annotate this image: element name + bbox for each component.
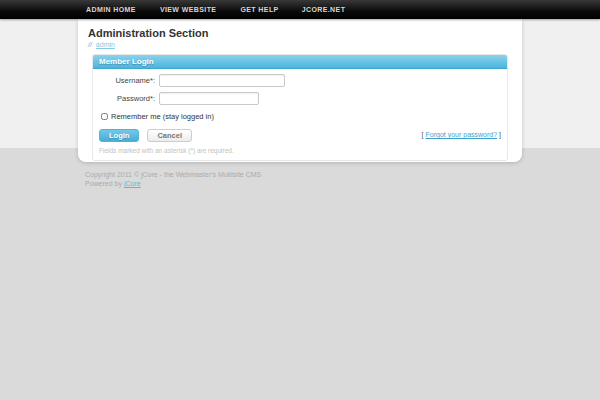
powered-by-text: Powered by bbox=[85, 180, 124, 187]
jcore-link[interactable]: jCore bbox=[124, 180, 141, 187]
username-input[interactable] bbox=[159, 74, 285, 87]
password-input[interactable] bbox=[159, 92, 259, 105]
form-buttons-row: Login Cancel [ Forgot your password? ] bbox=[99, 128, 507, 142]
forgot-close-bracket: ] bbox=[499, 131, 501, 138]
required-fields-note: Fields marked with an asterisk (*) are r… bbox=[99, 147, 507, 154]
forgot-password: [ Forgot your password? ] bbox=[422, 131, 501, 138]
nav-item-jcore-net[interactable]: JCORE.NET bbox=[302, 6, 346, 13]
nav-item-get-help[interactable]: GET HELP bbox=[240, 6, 278, 13]
breadcrumb: // admin bbox=[88, 40, 522, 49]
nav-item-view-website[interactable]: VIEW WEBSITE bbox=[160, 6, 217, 13]
password-label: Password*: bbox=[93, 94, 155, 103]
forgot-password-link[interactable]: Forgot your password? bbox=[426, 131, 498, 138]
password-row: Password*: bbox=[93, 92, 507, 105]
remember-me-checkbox[interactable] bbox=[101, 113, 108, 120]
footer: Copyright 2011 © jCore - the Webmaster's… bbox=[85, 170, 261, 188]
nav-item-admin-home[interactable]: ADMIN HOME bbox=[86, 6, 136, 13]
remember-me-label[interactable]: Remember me (stay logged in) bbox=[111, 112, 214, 121]
remember-me-row: Remember me (stay logged in) bbox=[101, 112, 507, 121]
username-row: Username*: bbox=[93, 74, 507, 87]
member-login-box: Member Login Username*: Password*: Remem… bbox=[92, 54, 508, 161]
footer-powered-by: Powered by jCore bbox=[85, 179, 261, 188]
footer-copyright: Copyright 2011 © jCore - the Webmaster's… bbox=[85, 170, 261, 179]
forgot-open-bracket: [ bbox=[422, 131, 424, 138]
breadcrumb-link-admin[interactable]: admin bbox=[96, 41, 115, 48]
breadcrumb-separator: // bbox=[88, 41, 92, 48]
page-title: Administration Section bbox=[88, 27, 522, 39]
cancel-button[interactable]: Cancel bbox=[147, 129, 192, 142]
username-label: Username*: bbox=[93, 76, 155, 85]
login-button[interactable]: Login bbox=[99, 129, 139, 142]
member-login-header: Member Login bbox=[93, 55, 507, 69]
top-nav-bar: ADMIN HOME VIEW WEBSITE GET HELP JCORE.N… bbox=[0, 0, 600, 19]
main-content-card: Administration Section // admin Member L… bbox=[78, 19, 522, 162]
